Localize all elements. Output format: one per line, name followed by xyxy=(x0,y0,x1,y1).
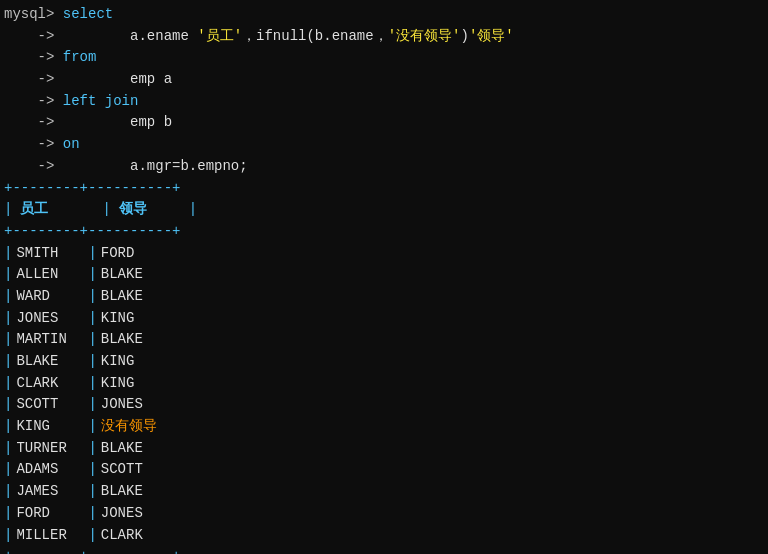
table-border-bottom: +--------+----------+ xyxy=(0,546,768,554)
keyword-select: select xyxy=(63,4,113,26)
join-table: emp b xyxy=(63,112,172,134)
table-row: |SCOTT|JONES xyxy=(0,394,768,416)
table-row: |ADAMS|SCOTT xyxy=(0,459,768,481)
arrow: -> xyxy=(4,47,63,69)
sql-line-3: -> from xyxy=(0,47,768,69)
header-emp: 员工 xyxy=(12,199,102,221)
sql-line-7: -> on xyxy=(0,134,768,156)
arrow: -> xyxy=(4,69,63,91)
select-fields: a.ename '员工'，ifnull(b.ename，'没有领导')'领导' xyxy=(63,26,514,48)
arrow: -> xyxy=(4,26,63,48)
arrow: -> xyxy=(4,156,63,178)
table-row: |FORD|JONES xyxy=(0,503,768,525)
sql-line-1: mysql> select xyxy=(0,4,768,26)
keyword-left-join: left join xyxy=(63,91,139,113)
table-row: |WARD|BLAKE xyxy=(0,286,768,308)
keyword-on: on xyxy=(63,134,80,156)
sql-line-5: -> left join xyxy=(0,91,768,113)
table-row: |JONES|KING xyxy=(0,308,768,330)
table-row: |MILLER|CLARK xyxy=(0,525,768,547)
table-row: |CLARK|KING xyxy=(0,373,768,395)
table-row: |KING|没有领导 xyxy=(0,416,768,438)
table-row: |MARTIN|BLAKE xyxy=(0,329,768,351)
sql-line-2: -> a.ename '员工'，ifnull(b.ename，'没有领导')'领… xyxy=(0,26,768,48)
table-row: |BLAKE|KING xyxy=(0,351,768,373)
arrow: -> xyxy=(4,134,63,156)
table-header-row: | 员工 | 领导 | xyxy=(0,199,768,221)
on-condition: a.mgr=b.empno; xyxy=(63,156,248,178)
table-border-sep: +--------+----------+ xyxy=(0,221,768,243)
table-row: |ALLEN|BLAKE xyxy=(0,264,768,286)
table-row: |SMITH|FORD xyxy=(0,243,768,265)
header-lead: 领导 xyxy=(111,199,147,221)
terminal: mysql> select -> a.ename '员工'，ifnull(b.e… xyxy=(0,0,768,554)
table-border-top: +--------+----------+ xyxy=(0,178,768,200)
prompt: mysql> xyxy=(4,4,63,26)
sql-line-4: -> emp a xyxy=(0,69,768,91)
from-table: emp a xyxy=(63,69,172,91)
keyword-from: from xyxy=(63,47,97,69)
table-body: |SMITH|FORD|ALLEN|BLAKE|WARD|BLAKE|JONES… xyxy=(0,243,768,547)
arrow: -> xyxy=(4,112,63,134)
sql-line-8: -> a.mgr=b.empno; xyxy=(0,156,768,178)
table-row: |JAMES|BLAKE xyxy=(0,481,768,503)
arrow: -> xyxy=(4,91,63,113)
table-row: |TURNER|BLAKE xyxy=(0,438,768,460)
sql-line-6: -> emp b xyxy=(0,112,768,134)
